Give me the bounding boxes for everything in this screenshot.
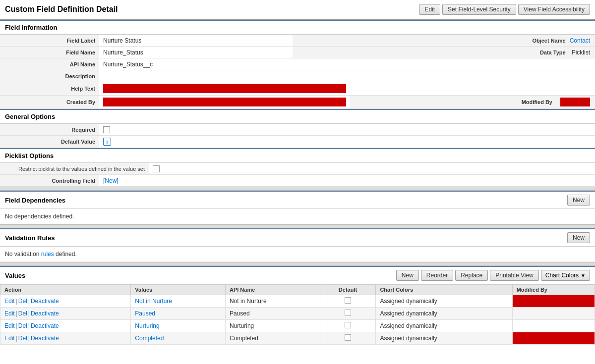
values-title: Values (5, 272, 25, 279)
chart-colors-cell: Assigned dynamically (376, 308, 512, 320)
rules-link[interactable]: rules (41, 251, 54, 258)
field-dependencies-new-button[interactable]: New (567, 195, 590, 206)
modified-by-cell (512, 295, 595, 308)
section-gap-3 (0, 262, 595, 266)
api-name-row: API Name Nurture_Status__c (0, 58, 595, 70)
created-by-redacted (103, 98, 346, 106)
action-cell: Edit|Del|Deactivate (0, 308, 131, 320)
restrict-checkbox-box[interactable] (153, 165, 160, 172)
picklist-options-title: Picklist Options (5, 152, 54, 159)
del-link[interactable]: Del (18, 322, 27, 329)
deactivate-link[interactable]: Deactivate (31, 322, 59, 329)
edit-link[interactable]: Edit (4, 310, 15, 317)
values-reorder-button[interactable]: Reorder (421, 270, 453, 281)
data-type-label: Data Type (540, 50, 566, 55)
validation-rules-new-button[interactable]: New (567, 232, 590, 243)
default-checkbox[interactable] (345, 334, 351, 341)
general-options-header: General Options (0, 109, 595, 124)
data-type-value: Picklist (572, 49, 590, 56)
created-by-row: Created By Modified By (0, 96, 595, 109)
default-value-label: Default Value (0, 136, 99, 148)
set-security-button[interactable]: Set Field-Level Security (442, 4, 516, 15)
api-name-cell: Nurturing (225, 320, 320, 332)
object-name-value[interactable]: Contact (570, 37, 590, 44)
values-new-button[interactable]: New (396, 270, 419, 281)
controlling-field-row: Controlling Field [New] (0, 175, 595, 187)
chart-colors-cell: Assigned dynamically (376, 295, 512, 308)
modified-by-label: Modified By (522, 99, 552, 105)
picklist-options-header: Picklist Options (0, 148, 595, 163)
field-label-row: Field Label Nurture Status Object Name C… (0, 35, 595, 47)
page-title: Custom Field Definition Detail (5, 5, 118, 14)
restrict-checkbox[interactable] (149, 163, 595, 174)
field-information-title: Field Information (5, 24, 57, 31)
col-values: Values (131, 285, 226, 295)
restrict-row: Restrict picklist to the values defined … (0, 163, 595, 175)
field-label-value: Nurture Status (99, 35, 293, 46)
edit-button[interactable]: Edit (419, 4, 440, 15)
deactivate-link[interactable]: Deactivate (31, 298, 59, 305)
table-row: Edit|Del|DeactivatePausedPausedAssigned … (0, 308, 595, 320)
chart-colors-cell: Assigned dynamically (376, 320, 512, 332)
general-options-title: General Options (5, 113, 55, 120)
info-icon[interactable]: i (103, 138, 111, 146)
chart-colors-button[interactable]: Chart Colors ▼ (541, 270, 590, 281)
default-cell (320, 332, 376, 345)
section-gap-1 (0, 187, 595, 191)
api-name-cell: Not in Nurture (225, 295, 320, 308)
action-cell: Edit|Del|Deactivate (0, 295, 131, 308)
default-checkbox[interactable] (345, 297, 351, 304)
values-replace-button[interactable]: Replace (455, 270, 488, 281)
no-validation-rules-message: No validation rules defined. (0, 247, 595, 262)
help-text-redacted (103, 84, 346, 93)
col-modified-by: Modified By (512, 285, 595, 295)
controlling-field-link[interactable]: [New] (103, 177, 119, 184)
description-value (99, 70, 595, 82)
modified-by-cell (512, 308, 595, 320)
description-label: Description (0, 70, 99, 82)
field-dependencies-title: Field Dependencies (5, 197, 65, 204)
validation-rules-title: Validation Rules (5, 234, 55, 242)
value-cell: Completed (131, 332, 226, 345)
value-cell: Nurturing (131, 320, 226, 332)
table-row: Edit|Del|DeactivateNot in NurtureNot in … (0, 295, 595, 308)
deactivate-link[interactable]: Deactivate (31, 310, 59, 317)
field-information-body: Field Label Nurture Status Object Name C… (0, 35, 595, 109)
default-value-row: Default Value i (0, 136, 595, 148)
col-api-name: API Name (225, 285, 320, 295)
restrict-label: Restrict picklist to the values defined … (0, 163, 149, 174)
del-link[interactable]: Del (18, 298, 27, 305)
del-link[interactable]: Del (18, 335, 27, 342)
chart-colors-cell: Assigned dynamically (376, 332, 512, 345)
chart-colors-dropdown-arrow: ▼ (581, 273, 586, 278)
modified-by-redacted (560, 98, 590, 106)
value-cell: Paused (131, 308, 226, 320)
modified-by-cell (512, 332, 595, 345)
modified-by-cell (512, 320, 595, 332)
edit-link[interactable]: Edit (4, 298, 15, 305)
description-row: Description (0, 70, 595, 82)
view-accessibility-button[interactable]: View Field Accessibility (518, 4, 590, 15)
edit-link[interactable]: Edit (4, 322, 15, 329)
edit-link[interactable]: Edit (4, 335, 15, 342)
required-row: Required (0, 124, 595, 136)
required-checkbox-box[interactable] (103, 126, 110, 133)
default-checkbox[interactable] (345, 322, 351, 328)
values-printable-view-button[interactable]: Printable View (490, 270, 539, 281)
help-text-row: Help Text (0, 82, 595, 96)
object-name-label: Object Name (532, 38, 565, 44)
default-checkbox[interactable] (345, 310, 351, 316)
value-cell: Not in Nurture (131, 295, 226, 308)
del-link[interactable]: Del (18, 310, 27, 317)
section-gap-2 (0, 224, 595, 228)
deactivate-link[interactable]: Deactivate (31, 335, 59, 342)
required-checkbox[interactable] (99, 124, 595, 135)
api-name-value: Nurture_Status__c (99, 58, 595, 70)
created-by-label: Created By (0, 96, 99, 108)
values-header: Values New Reorder Replace Printable Vie… (0, 266, 595, 284)
picklist-options-body: Restrict picklist to the values defined … (0, 163, 595, 187)
created-by-value (99, 96, 350, 108)
field-label-label: Field Label (0, 35, 99, 46)
values-buttons: New Reorder Replace Printable View Chart… (396, 270, 590, 281)
values-table-container: Action Values API Name Default Chart Col… (0, 284, 595, 345)
